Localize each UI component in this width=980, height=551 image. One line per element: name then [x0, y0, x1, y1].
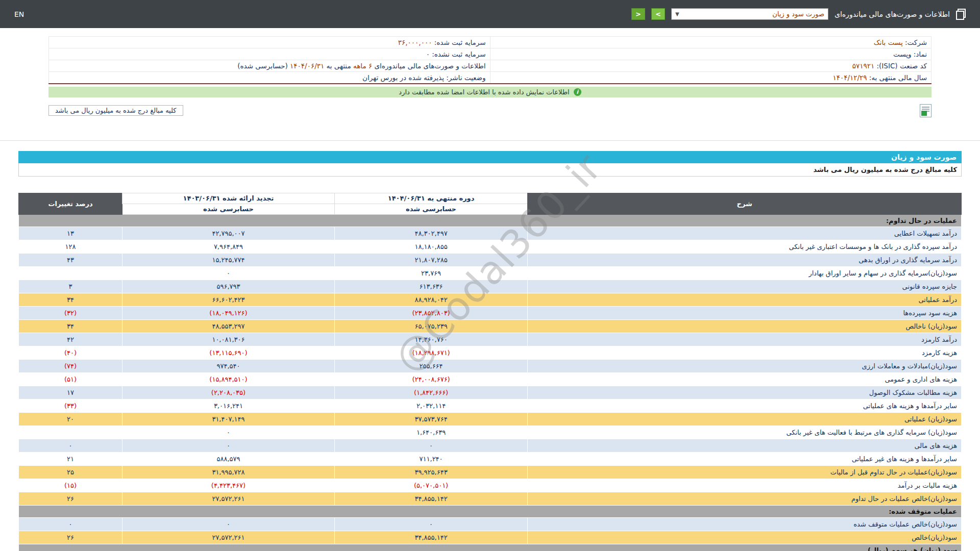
row-current-value: ۳۴,۸۵۵,۱۴۲	[334, 531, 528, 544]
listing-status-cell: وضعیت ناشر: پذیرفته شده در بورس تهران	[49, 72, 491, 84]
table-row: سود(زیان) عملیاتی۳۷,۵۷۳,۷۶۴۳۱,۴۰۷,۱۴۹۲۰	[19, 412, 962, 425]
unregistered-capital-cell: سرمایه ثبت نشده: ۰	[49, 48, 491, 60]
table-row: جایزه سپرده قانونی۶۱۳,۶۳۶۵۹۶,۷۹۳۳	[19, 280, 962, 293]
income-statement-table: شرح دوره منتهی به ۱۴۰۴/۰۶/۳۱ تجدید ارائه…	[18, 193, 962, 551]
ticker-label: نماد:	[914, 50, 927, 58]
row-change-value: ۲۱	[19, 452, 122, 465]
prev-statement-button[interactable]: <	[631, 8, 645, 20]
row-desc-cell: درآمد کارمزد	[528, 333, 962, 346]
section-label: عملیات در حال تداوم:	[19, 214, 962, 227]
row-current-value: ۸۸,۹۲۸,۰۴۲	[334, 293, 528, 306]
row-prior-value: ۳۱,۹۹۵,۷۲۸	[122, 465, 335, 479]
section-label: سود (زیان) هر سهم (ریال)	[19, 544, 962, 551]
period-end-date-value: ۱۴۰۴/۰۶/۳۱	[290, 62, 324, 70]
row-desc-cell: درآمد تسهیلات اعطایی	[528, 227, 962, 240]
unregistered-capital-value: ۰	[426, 50, 430, 58]
note-row: کلیه مبالغ درج شده به میلیون ریال می باش…	[48, 104, 932, 117]
row-prior-value: (۴,۴۲۳,۴۶۷)	[122, 479, 335, 492]
row-current-value: ۲۵۵,۶۶۴	[334, 359, 528, 372]
row-prior-value: ۵۹۶,۷۹۳	[122, 280, 335, 293]
company-name-value: پست بانک	[874, 38, 903, 46]
row-current-value: ۶۵,۰۷۵,۲۳۹	[334, 319, 528, 333]
company-info-row: نماد: وپست سرمایه ثبت نشده: ۰	[49, 48, 932, 60]
company-name-cell: شرکت: پست بانک	[490, 37, 932, 48]
row-desc-cell: سود(زیان)مبادلات و معاملات ارزی	[528, 359, 962, 372]
next-statement-button[interactable]: >	[651, 8, 665, 20]
report-copy-icon[interactable]	[956, 9, 966, 20]
table-row: سود(زیان)خالص۳۴,۸۵۵,۱۴۲۲۷,۵۷۲,۲۶۱۲۶	[19, 531, 962, 544]
row-current-value: ۲۳,۷۶۹	[334, 266, 528, 280]
row-prior-value: (۲,۲۰۸,۰۳۵)	[122, 386, 335, 399]
row-current-value: ۰	[334, 439, 528, 452]
row-prior-value: ۳,۰۱۶,۲۴۱	[122, 399, 335, 412]
fiscal-year-cell: سال مالی منتهی به: ۱۴۰۴/۱۲/۲۹	[490, 72, 932, 84]
isic-value: ۵۷۱۹۲۱	[852, 62, 875, 70]
row-desc-cell: هزینه های اداری و عمومی	[528, 372, 962, 386]
row-change-value: ۴۳	[19, 253, 122, 266]
row-desc-cell: سود(زیان)خالص	[528, 531, 962, 544]
row-current-value: ۲,۰۳۲,۱۱۴	[334, 399, 528, 412]
row-change-value: ۰	[19, 517, 122, 531]
table-row: درآمد کارمزد۱۴,۳۶۰,۷۶۰۱۰,۰۸۱,۳۰۶۴۲	[19, 333, 962, 346]
table-row: سود(زیان)مبادلات و معاملات ارزی۲۵۵,۶۶۴۹۷…	[19, 359, 962, 372]
row-desc-cell: درآمد سرمایه گذاری در اوراق بدهی	[528, 253, 962, 266]
fiscal-year-value: ۱۴۰۴/۱۲/۲۹	[832, 73, 867, 82]
row-current-value: (۲۳,۸۵۲,۸۰۳)	[334, 306, 528, 319]
row-change-value	[19, 266, 122, 280]
row-change-value: ۰	[19, 439, 122, 452]
row-current-value: ۷۱۱,۲۴۰	[334, 452, 528, 465]
row-change-value: ۳۴	[19, 319, 122, 333]
row-desc-cell: سود(زیان) عملیاتی	[528, 412, 962, 425]
row-current-value: ۲۱,۸۰۷,۲۸۵	[334, 253, 528, 266]
row-desc-cell: درآمد سپرده گذاری در بانک ها و موسسات اع…	[528, 240, 962, 253]
row-change-value: (۷۴)	[19, 359, 122, 372]
row-desc-cell: درآمد عملیاتی	[528, 293, 962, 306]
isic-cell: کد صنعت (ISIC): ۵۷۱۹۲۱	[490, 60, 932, 72]
row-change-value: ۲۶	[19, 531, 122, 544]
table-row: سود(زیان) سرمایه گذاری های مرتبط با فعال…	[19, 425, 962, 439]
row-change-value: ۲۰	[19, 412, 122, 425]
col-header-percent-change: درصد تغییرات	[19, 193, 122, 214]
row-desc-cell: سایر درآمدها و هزینه های غیر عملیاتی	[528, 452, 962, 465]
table-row: درآمد سرمایه گذاری در اوراق بدهی۲۱,۸۰۷,۲…	[19, 253, 962, 266]
table-row: درآمد عملیاتی۸۸,۹۲۸,۰۴۲۶۶,۶۰۲,۴۲۳۳۴	[19, 293, 962, 306]
row-prior-value: ۴۲,۷۹۵,۰۰۷	[122, 227, 335, 240]
row-current-value: (۱۸,۲۹۸,۶۷۱)	[334, 346, 528, 359]
period-info-prefix: اطلاعات و صورت‌های مالی میاندوره‌ای	[375, 62, 486, 70]
isic-label: کد صنعت (ISIC):	[877, 62, 927, 70]
row-change-value: ۱۳	[19, 227, 122, 240]
row-change-value: (۳۲)	[19, 306, 122, 319]
row-current-value: ۱۸,۱۸۰,۸۵۵	[334, 240, 528, 253]
row-change-value: ۳۴	[19, 293, 122, 306]
period-length-value: ۶ ماهه	[353, 62, 372, 70]
table-row: درآمد تسهیلات اعطایی۴۸,۳۰۲,۴۹۷۴۲,۷۹۵,۰۰۷…	[19, 227, 962, 240]
row-desc-cell: هزینه سود سپرده‌ها	[528, 306, 962, 319]
row-prior-value: ۲۷,۵۷۲,۲۶۱	[122, 492, 335, 505]
row-prior-value: ۱۵,۲۴۵,۷۷۴	[122, 253, 335, 266]
table-row: هزینه سود سپرده‌ها(۲۳,۸۵۲,۸۰۳)(۱۸,۰۴۹,۱۲…	[19, 306, 962, 319]
table-row: سود(زیان) ناخالص۶۵,۰۷۵,۲۳۹۴۸,۵۵۳,۲۹۷۳۴	[19, 319, 962, 333]
section-row: سود (زیان) هر سهم (ریال)	[19, 544, 962, 551]
row-change-value: ۲۵	[19, 465, 122, 479]
row-current-value: (۲۴,۰۰۸,۶۷۶)	[334, 372, 528, 386]
chevron-right-icon: >	[655, 10, 661, 18]
row-prior-value: ۷,۹۶۴,۸۴۹	[122, 240, 335, 253]
row-current-value: (۵,۰۷۰,۵۰۱)	[334, 479, 528, 492]
statement-select[interactable]: صورت سود و زیان ▼	[671, 8, 828, 20]
row-prior-value: ۰	[122, 439, 335, 452]
row-current-value: ۳۷,۵۷۳,۷۶۴	[334, 412, 528, 425]
export-excel-icon[interactable]	[920, 104, 932, 117]
income-statement-section: صورت سود و زیان کلیه مبالغ درج شده به می…	[18, 151, 962, 551]
listing-status-value: پذیرفته شده در بورس تهران	[362, 73, 444, 82]
chevron-down-icon: ▼	[675, 12, 679, 17]
language-en-link[interactable]: EN	[14, 10, 24, 18]
row-prior-value: ۹۷۴,۵۴۰	[122, 359, 335, 372]
signed-info-banner: i اطلاعات نمایش داده شده با اطلاعات امضا…	[48, 87, 932, 97]
row-desc-cell: سایر درآمدها و هزینه های عملیاتی	[528, 399, 962, 412]
statement-title-bar: صورت سود و زیان	[18, 151, 962, 163]
table-row: درآمد سپرده گذاری در بانک ها و موسسات اع…	[19, 240, 962, 253]
row-current-value: ۴۸,۳۰۲,۴۹۷	[334, 227, 528, 240]
company-info-row: سال مالی منتهی به: ۱۴۰۴/۱۲/۲۹ وضعیت ناشر…	[49, 72, 932, 84]
registered-capital-label: سرمایه ثبت شده:	[434, 38, 486, 46]
signed-info-text: اطلاعات نمایش داده شده با اطلاعات امضا ش…	[399, 88, 569, 96]
